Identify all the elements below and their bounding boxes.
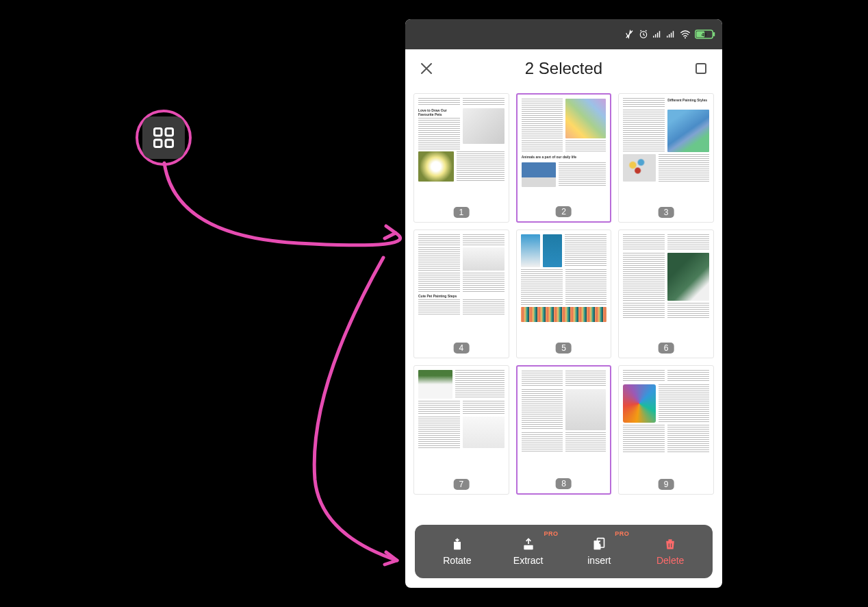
page-thumbnail-grid: Love to Draw Our Favourite Pets 1 Animal… xyxy=(405,88,722,525)
extract-button[interactable]: PRO Extract xyxy=(493,537,564,566)
rotate-button[interactable]: Rotate xyxy=(422,537,493,566)
insert-label: insert xyxy=(587,555,611,566)
svg-rect-8 xyxy=(713,32,715,36)
insert-icon xyxy=(592,537,606,551)
bottom-toolbar: Rotate PRO Extract PRO insert Delete xyxy=(415,525,713,578)
extract-icon xyxy=(522,537,535,551)
select-all-icon[interactable] xyxy=(693,61,709,76)
page-thumbnail[interactable]: Cute Pet Painting Steps 4 xyxy=(413,230,509,359)
svg-point-5 xyxy=(685,37,686,38)
callout-arrow-top xyxy=(155,158,408,267)
svg-text:49: 49 xyxy=(702,32,707,37)
battery-icon: 49 xyxy=(695,29,715,39)
alarm-icon xyxy=(639,29,648,39)
page-thumbnail[interactable]: 7 xyxy=(413,365,509,495)
page-number-badge: 1 xyxy=(453,207,469,218)
rotate-label: Rotate xyxy=(443,555,471,566)
insert-button[interactable]: PRO insert xyxy=(564,537,635,566)
svg-rect-1 xyxy=(166,129,173,136)
extract-label: Extract xyxy=(513,555,544,566)
delete-button[interactable]: Delete xyxy=(635,537,706,566)
page-number-badge: 5 xyxy=(556,343,572,354)
page-thumbnail[interactable]: Animals are a part of our daily life 2 xyxy=(516,93,612,223)
pro-badge: PRO xyxy=(544,530,558,537)
page-thumbnail[interactable]: 9 xyxy=(618,365,714,495)
svg-rect-0 xyxy=(155,129,162,136)
svg-rect-2 xyxy=(155,140,162,147)
page-thumbnail[interactable]: 5 xyxy=(516,230,612,359)
svg-rect-11 xyxy=(454,542,461,550)
wifi-icon xyxy=(680,29,691,39)
page-number-badge: 6 xyxy=(659,343,674,354)
svg-rect-3 xyxy=(166,140,173,147)
signal-icon-1 xyxy=(652,29,662,39)
page-number-badge: 2 xyxy=(556,206,572,217)
svg-rect-10 xyxy=(696,64,706,73)
page-thumbnail[interactable]: 6 xyxy=(618,230,714,359)
grid-view-callout xyxy=(136,110,192,166)
page-thumbnail[interactable]: 8 xyxy=(516,365,612,495)
page-number-badge: 8 xyxy=(556,478,572,489)
vibrate-icon xyxy=(625,29,635,39)
selection-header: 2 Selected xyxy=(405,49,722,88)
trash-icon xyxy=(663,537,677,551)
page-number-badge: 3 xyxy=(659,207,674,218)
svg-rect-12 xyxy=(524,545,533,550)
pro-badge: PRO xyxy=(615,530,629,537)
page-thumbnail[interactable]: Love to Draw Our Favourite Pets 1 xyxy=(413,93,509,223)
signal-icon-2 xyxy=(666,29,676,39)
android-status-bar: 49 xyxy=(405,19,722,49)
phone-mockup: 49 2 Selected Love to Draw Our Favourite… xyxy=(405,19,722,588)
page-title: 2 Selected xyxy=(525,59,602,78)
rotate-icon xyxy=(450,537,464,551)
page-number-badge: 9 xyxy=(659,479,674,490)
close-icon[interactable] xyxy=(419,61,434,76)
page-number-badge: 7 xyxy=(453,479,469,490)
delete-label: Delete xyxy=(656,555,684,566)
page-thumbnail[interactable]: Different Painting Styles 3 xyxy=(618,93,714,223)
page-number-badge: 4 xyxy=(453,343,469,354)
grid-view-icon[interactable] xyxy=(142,116,185,159)
callout-arrow-bottom xyxy=(294,253,418,575)
